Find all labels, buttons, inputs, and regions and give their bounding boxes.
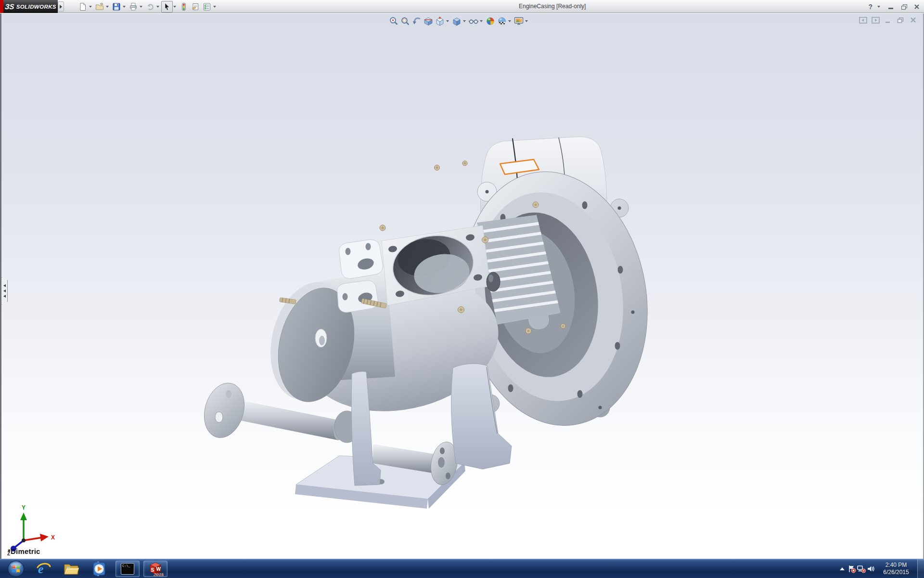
chevron-right-icon	[60, 5, 62, 9]
select-arrow-icon	[163, 2, 171, 11]
engine-casing-model[interactable]	[189, 135, 651, 530]
chevron-down-icon[interactable]	[123, 6, 126, 8]
chevron-left-icon	[3, 284, 6, 287]
open-folder-icon	[95, 2, 104, 11]
clock-date: 6/26/2015	[879, 569, 913, 576]
chevron-down-icon[interactable]	[140, 6, 142, 8]
network-status-button[interactable]	[857, 559, 866, 578]
section-view-icon	[423, 16, 434, 26]
view-orientation-button[interactable]	[434, 15, 446, 27]
menu-expand-button[interactable]	[58, 1, 64, 12]
restore-icon	[897, 17, 904, 24]
hide-show-items-icon	[468, 16, 479, 26]
chevron-down-icon[interactable]	[463, 20, 466, 22]
close-button[interactable]	[912, 3, 921, 11]
clock-time: 2:40 PM	[879, 562, 913, 569]
previous-view-button[interactable]	[411, 15, 423, 27]
speaker-icon	[867, 565, 875, 573]
file-properties-button[interactable]	[190, 1, 201, 13]
chevron-down-icon[interactable]	[89, 6, 92, 8]
chevron-down-icon[interactable]	[173, 6, 176, 8]
taskbar-windows-explorer[interactable]	[58, 559, 86, 578]
start-button[interactable]	[2, 559, 30, 578]
doc-close-button[interactable]	[909, 16, 917, 24]
undo-icon	[146, 2, 154, 11]
taskbar-items: e	[0, 559, 169, 578]
title-controls: ?	[868, 0, 921, 13]
save-icon	[112, 2, 121, 11]
show-hidden-icons-button[interactable]	[837, 559, 847, 578]
help-button[interactable]: ?	[868, 3, 873, 11]
chevron-down-icon[interactable]	[156, 6, 159, 8]
previous-view-icon	[411, 16, 422, 26]
brand-red-strip	[0, 0, 3, 13]
taskbar-clock[interactable]: 2:40 PM 6/26/2015	[879, 562, 913, 576]
new-document-icon	[78, 2, 87, 11]
solidworks-logo: ЗS SOLIDWORKS	[3, 0, 58, 13]
app-titlebar: ЗS SOLIDWORKS	[0, 0, 924, 13]
edit-appearance-button[interactable]	[485, 15, 496, 27]
sw-letter-w: W	[156, 566, 161, 572]
chevron-up-icon	[839, 566, 845, 572]
chevron-down-icon[interactable]	[508, 20, 511, 22]
zoom-to-area-button[interactable]	[399, 15, 411, 27]
minimize-icon	[888, 8, 893, 9]
chevron-down-icon[interactable]	[446, 20, 449, 22]
new-button[interactable]	[77, 1, 89, 13]
featuremanager-collapsed-tab[interactable]	[1, 277, 8, 304]
taskbar-solidworks-2015[interactable]: S W 2015	[143, 561, 167, 577]
collapse-pane-button[interactable]	[859, 16, 867, 24]
ie-icon: e	[36, 561, 51, 577]
graphics-area[interactable]: Y X Z *Dimetric	[0, 13, 924, 559]
hide-show-items-button[interactable]	[468, 15, 479, 27]
options-button[interactable]	[201, 1, 213, 13]
network-disconnected-icon	[857, 565, 866, 573]
chevron-down-icon[interactable]	[480, 20, 483, 22]
chevron-down-icon[interactable]	[106, 6, 109, 8]
chevron-down-icon[interactable]	[213, 6, 216, 8]
view-settings-icon	[513, 16, 524, 26]
taskbar-media-player[interactable]	[86, 559, 114, 578]
document-window-controls	[859, 16, 917, 24]
chevron-down-icon[interactable]	[877, 6, 880, 8]
taskbar-command-prompt[interactable]: C:\_	[116, 561, 140, 577]
solidworks-cube-icon: S W 2015	[147, 561, 164, 577]
zoom-to-fit-icon	[388, 16, 399, 26]
chevron-down-icon[interactable]	[525, 20, 528, 22]
display-style-icon	[451, 16, 462, 26]
expand-pane-button[interactable]	[871, 16, 880, 24]
print-button[interactable]	[128, 1, 139, 13]
undo-button[interactable]	[144, 1, 156, 13]
chevron-left-icon	[3, 289, 6, 292]
desktop-screen: ЗS SOLIDWORKS	[0, 0, 924, 578]
volume-button[interactable]	[866, 559, 876, 578]
cmd-icon: C:\_	[121, 563, 134, 575]
doc-restore-button[interactable]	[896, 16, 905, 24]
ds-logo-icon: ЗS	[4, 2, 14, 11]
chevron-left-icon	[3, 295, 6, 298]
edit-appearance-icon	[485, 16, 496, 26]
section-view-button[interactable]	[423, 15, 434, 27]
view-orientation-icon	[435, 16, 445, 26]
minimize-button[interactable]	[886, 3, 895, 11]
show-desktop-button[interactable]	[917, 559, 924, 578]
open-button[interactable]	[94, 1, 105, 13]
media-player-icon	[92, 561, 107, 577]
headsup-view-toolbar	[388, 15, 530, 27]
system-tray: 2:40 PM 6/26/2015	[837, 559, 924, 578]
action-center-button[interactable]	[847, 559, 857, 578]
save-button[interactable]	[111, 1, 122, 13]
zoom-to-area-icon	[400, 16, 411, 26]
select-button[interactable]	[161, 1, 173, 13]
taskbar-internet-explorer[interactable]: e	[30, 559, 58, 578]
triad-y-label: Y	[22, 504, 26, 511]
display-style-button[interactable]	[451, 15, 462, 27]
windows-start-orb	[7, 560, 25, 578]
apply-scene-button[interactable]	[496, 15, 508, 27]
rebuild-button[interactable]	[178, 1, 190, 13]
restore-button[interactable]	[899, 3, 908, 11]
window-title: EngineCasing [Read-only]	[519, 0, 586, 13]
view-settings-button[interactable]	[513, 15, 525, 27]
zoom-to-fit-button[interactable]	[388, 15, 399, 27]
doc-minimize-button[interactable]	[884, 16, 892, 24]
